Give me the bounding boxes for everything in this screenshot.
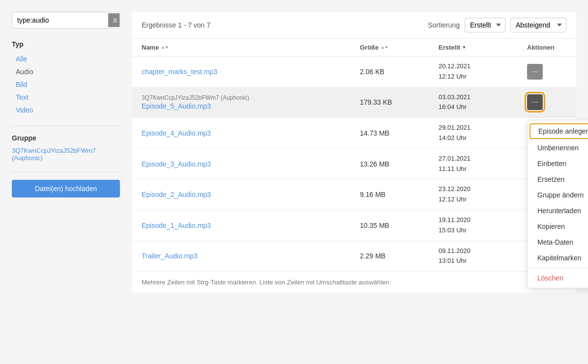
col-size: Größe ▲▼	[360, 44, 439, 51]
group-link[interactable]: 3Q7KwnCcpJYizaJ52bFWm7 (Auphonic)	[12, 147, 120, 162]
file-name-link[interactable]: Episode_5_Audio.mp3	[142, 102, 360, 110]
upload-button[interactable]: Datei(en) hochladen	[12, 180, 120, 197]
dropdown-item-episode-anlegen[interactable]: Episode anlegen	[529, 123, 588, 139]
file-date: 19.11.202015:03 Uhr	[439, 215, 527, 236]
file-date: 27.01.202111:11 Uhr	[439, 154, 527, 174]
group-label: 3Q7KwnCcpJYizaJ52bFWm7 (Auphonic)	[142, 94, 360, 101]
table-row: Trailer_Audio.mp3 2.29 MB 09.11.202013:0…	[132, 241, 576, 272]
filter-bild[interactable]: Bild	[12, 79, 120, 90]
actions-cell: ··· Episode anlegen Umbenennen Einbetten…	[527, 94, 566, 110]
file-name-link[interactable]: Episode_4_Audio.mp3	[142, 129, 211, 137]
file-name-link[interactable]: Trailer_Audio.mp3	[142, 252, 198, 260]
dropdown-item-kapitelmarken[interactable]: Kapitelmarken	[528, 250, 588, 266]
group-filter: Gruppe 3Q7KwnCcpJYizaJ52bFWm7 (Auphonic)	[12, 134, 120, 162]
table-header: Name ▲▼ Größe ▲▼ Erstellt ▼ Aktionen	[132, 39, 576, 56]
dropdown-item-einbetten[interactable]: Einbetten	[528, 156, 588, 171]
actions-cell: ···	[527, 64, 566, 80]
file-size: 179.33 KB	[360, 98, 439, 106]
type-filter: Typ Alle Audio Bild Text Video	[12, 40, 120, 116]
file-size: 9.16 MB	[360, 191, 439, 198]
dropdown-item-umbenennen[interactable]: Umbenennen	[528, 140, 588, 156]
dropdown-divider	[528, 268, 588, 268]
file-date: 23.12.202012:12 Uhr	[439, 184, 527, 205]
dropdown-item-kopieren[interactable]: Kopieren	[528, 219, 588, 234]
table-row: Episode_3_Audio.mp3 13.26 MB 27.01.20211…	[132, 149, 576, 180]
file-name-cell: Episode_2_Audio.mp3	[142, 191, 360, 198]
file-name-cell: 3Q7KwnCcpJYizaJ52bFWm7 (Auphonic) Episod…	[142, 94, 360, 110]
col-created: Erstellt ▼	[439, 44, 527, 51]
sort-order-select[interactable]: Absteigend Aufsteigend	[510, 18, 566, 32]
table-row: Episode_2_Audio.mp3 9.16 MB 23.12.202012…	[132, 179, 576, 210]
search-clear-button[interactable]: X	[108, 13, 120, 27]
results-count: Ergebnisse 1 - 7 von 7	[142, 21, 210, 29]
file-size: 14.73 MB	[360, 129, 439, 137]
table-row: Episode_1_Audio.mp3 10.35 MB 19.11.20201…	[132, 210, 576, 241]
file-size: 10.35 MB	[360, 222, 439, 229]
file-size: 2.06 KB	[360, 68, 439, 76]
top-bar: Ergebnisse 1 - 7 von 7 Sortierung Erstel…	[132, 12, 576, 39]
sort-arrows-name: ▲▼	[161, 46, 169, 50]
filter-text[interactable]: Text	[12, 91, 120, 103]
file-name-cell: Episode_3_Audio.mp3	[142, 160, 360, 168]
file-size: 13.26 MB	[360, 160, 439, 168]
sidebar-divider	[12, 126, 120, 126]
actions-button[interactable]: ···	[527, 94, 543, 110]
file-name-cell: Episode_4_Audio.mp3	[142, 129, 360, 137]
actions-button[interactable]: ···	[527, 64, 543, 80]
group-filter-title: Gruppe	[12, 134, 120, 142]
dropdown-menu: Episode anlegen Umbenennen Einbetten Ers…	[527, 120, 588, 288]
file-size: 2.29 MB	[360, 252, 439, 260]
dropdown-item-herunterladen[interactable]: Herunterladen	[528, 203, 588, 219]
sort-controls: Sortierung Erstellt Name Größe Absteigen…	[428, 18, 566, 32]
filter-alle[interactable]: Alle	[12, 53, 120, 65]
filter-audio[interactable]: Audio	[12, 66, 120, 78]
sort-field-select[interactable]: Erstellt Name Größe	[465, 18, 505, 32]
sort-arrows-created: ▼	[462, 46, 466, 50]
sort-label: Sortierung	[428, 21, 460, 29]
file-name-link[interactable]: Episode_1_Audio.mp3	[142, 222, 211, 229]
file-name-link[interactable]: Episode_2_Audio.mp3	[142, 191, 211, 198]
footer-note: Mehrere Zeilen mit Strg-Taste markieren.…	[132, 272, 576, 293]
search-bar: X	[12, 12, 120, 28]
dropdown-item-meta-daten[interactable]: Meta-Daten	[528, 234, 588, 250]
file-date: 29.01.202114:02 Uhr	[439, 123, 527, 143]
search-input[interactable]	[12, 12, 108, 28]
file-name-cell: Episode_1_Audio.mp3	[142, 222, 360, 229]
file-date: 03.03.202116:04 Uhr	[439, 92, 527, 113]
file-name-link[interactable]: Episode_3_Audio.mp3	[142, 160, 211, 168]
dropdown-item-gruppe-aendern[interactable]: Gruppe ändern	[528, 187, 588, 203]
sidebar-divider-2	[12, 171, 120, 172]
dropdown-item-loeschen[interactable]: Löschen	[528, 270, 588, 286]
table-row: Episode_4_Audio.mp3 14.73 MB 29.01.20211…	[132, 118, 576, 149]
type-filter-title: Typ	[12, 40, 120, 48]
sidebar: X Typ Alle Audio Bild Text Video Gruppe …	[12, 12, 120, 293]
file-date: 20.12.202112:12 Uhr	[439, 61, 527, 82]
table-row: 3Q7KwnCcpJYizaJ52bFWm7 (Auphonic) Episod…	[132, 87, 576, 118]
sort-arrows-size: ▲▼	[381, 46, 388, 50]
file-name-link[interactable]: chapter_marks_test.mp3	[142, 68, 217, 76]
table-row: chapter_marks_test.mp3 2.06 KB 20.12.202…	[132, 56, 576, 87]
filter-video[interactable]: Video	[12, 104, 120, 116]
main-content: Ergebnisse 1 - 7 von 7 Sortierung Erstel…	[132, 12, 576, 293]
file-name-cell: chapter_marks_test.mp3	[142, 68, 360, 76]
col-actions: Aktionen	[527, 44, 566, 51]
file-name-cell: Trailer_Audio.mp3	[142, 252, 360, 260]
dropdown-item-ersetzen[interactable]: Ersetzen	[528, 171, 588, 187]
file-date: 09.11.202013:01 Uhr	[439, 246, 527, 267]
col-name: Name ▲▼	[142, 44, 360, 51]
